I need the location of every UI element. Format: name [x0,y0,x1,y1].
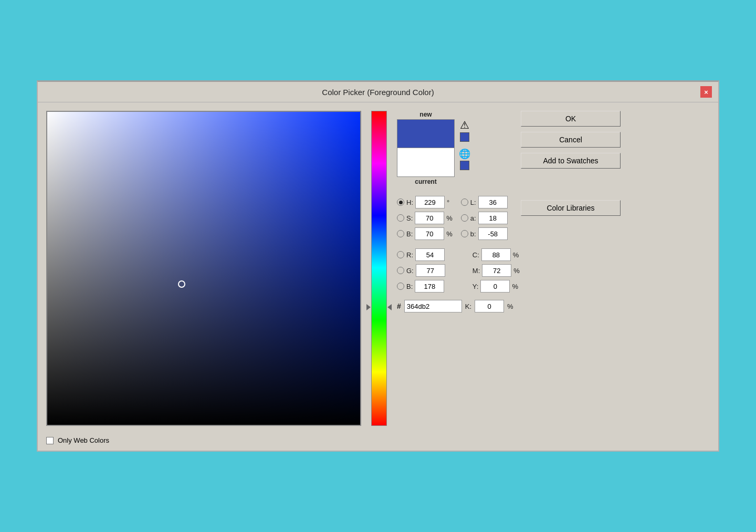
field-row-B: B: % [397,227,453,240]
unit-B: % [446,230,453,238]
add-to-swatches-button[interactable]: Add to Swatches [521,153,621,169]
color-picker-dialog: Color Picker (Foreground Color) × [37,80,719,452]
unit-Y: % [512,283,518,290]
warning-icon-group: ⚠ [459,119,470,142]
hue-slider[interactable] [371,111,387,426]
hue-slider-wrap [371,111,387,426]
input-L[interactable] [478,196,508,208]
field-row-S: S: % [397,212,453,224]
fields-section: H: ° S: % B: [397,196,512,293]
fields-col-right: L: a: b: [461,196,520,293]
new-label: new [419,111,432,118]
warning-icon[interactable]: ⚠ [460,119,469,131]
field-row-a: a: [461,212,520,224]
radio-G[interactable] [397,267,404,274]
input-R[interactable] [415,248,445,261]
only-web-colors-checkbox[interactable] [46,437,54,444]
dialog-body: new current ⚠ 🌐 [38,102,718,434]
label-a: a: [470,214,476,222]
input-B2[interactable] [415,280,444,293]
field-row-L: L: [461,196,520,208]
unit-K: % [507,302,513,310]
web-safe-icon[interactable]: 🌐 [459,148,470,160]
current-label: current [415,178,436,185]
radio-R[interactable] [397,251,404,258]
unit-C: % [513,251,519,259]
hue-slider-container [370,111,388,426]
radio-L[interactable] [461,199,468,206]
input-Y[interactable] [480,280,510,293]
label-K: K: [465,302,471,310]
input-H[interactable] [415,196,445,208]
radio-H[interactable] [397,199,404,206]
warning-icons-col: ⚠ 🌐 [459,111,470,170]
fields-col-left: H: ° S: % B: [397,196,453,293]
input-G[interactable] [416,264,445,277]
center-panel: new current ⚠ 🌐 [397,111,512,426]
label-B2: B: [406,283,413,290]
label-b-lab: b: [470,230,476,238]
unit-H: ° [447,199,449,206]
field-row-R: R: [397,248,453,261]
label-B: B: [406,230,413,238]
radio-b-lab[interactable] [461,230,468,237]
color-preview-section: new current ⚠ 🌐 [397,111,512,185]
title-bar: Color Picker (Foreground Color) × [38,82,718,102]
radio-S[interactable] [397,214,404,222]
color-swatch-container [397,119,455,177]
dialog-title: Color Picker (Foreground Color) [56,88,700,97]
label-C: C: [472,251,479,259]
input-b-lab[interactable] [478,227,508,240]
color-gradient-area[interactable] [46,111,361,426]
color-libraries-button[interactable]: Color Libraries [521,200,621,216]
hex-input[interactable] [404,300,462,312]
field-row-G: G: [397,264,453,277]
label-Y: Y: [472,283,479,290]
input-a[interactable] [478,212,508,224]
label-H: H: [406,199,413,206]
unit-M: % [513,267,520,275]
label-M: M: [472,267,480,275]
unit-S: % [446,214,453,222]
cmyk-row-Y: Y: % [461,280,520,293]
ok-button[interactable]: OK [521,111,621,127]
radio-a[interactable] [461,214,468,222]
input-M[interactable] [482,264,511,277]
input-S[interactable] [415,212,444,224]
color-preview-col: new current [397,111,455,185]
cmyk-row-M: M: % [461,264,520,277]
label-R: R: [406,251,413,259]
gamut-swatch[interactable] [460,132,469,142]
hue-marker-left [366,304,371,310]
web-safe-group: 🌐 [459,148,470,170]
gradient-border [46,111,361,426]
gradient-canvas[interactable] [46,111,361,426]
close-button[interactable]: × [700,86,712,98]
field-row-b-lab: b: [461,227,520,240]
radio-B[interactable] [397,230,404,237]
label-G: G: [406,267,414,275]
swatch-new[interactable] [397,119,455,148]
label-S: S: [406,214,413,222]
field-row-H: H: ° [397,196,453,208]
input-C[interactable] [481,248,511,261]
websafe-swatch[interactable] [460,161,469,170]
only-web-colors-label: Only Web Colors [58,436,109,444]
field-row-B2: B: [397,280,453,293]
right-panel: OK Cancel Add to Swatches Color Librarie… [521,111,710,426]
label-L: L: [470,199,476,206]
hex-row: # K: % [397,300,512,312]
radio-B2[interactable] [397,283,404,290]
bottom-bar: Only Web Colors [38,436,718,451]
hex-label: # [397,302,401,310]
swatch-current[interactable] [397,148,455,177]
input-B[interactable] [415,227,444,240]
only-web-colors-row: Only Web Colors [46,436,710,444]
cancel-button[interactable]: Cancel [521,132,621,148]
hue-marker-right [387,304,392,310]
cmyk-row-C: C: % [461,248,520,261]
input-K[interactable] [475,300,504,312]
